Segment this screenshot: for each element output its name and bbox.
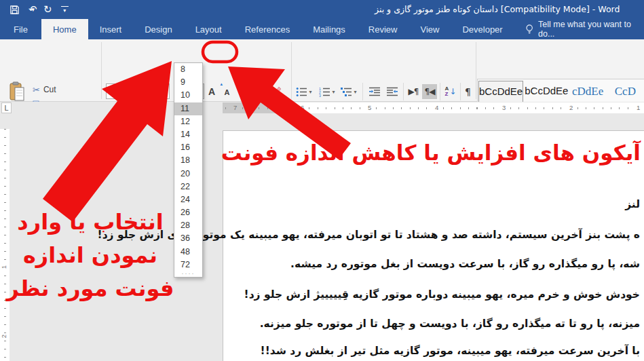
increase-indent-button[interactable] (384, 84, 400, 99)
undo-icon[interactable]: ↶▾ (29, 3, 35, 16)
numbering-icon: 123 (319, 87, 330, 97)
change-case-button[interactable]: Aa▾ (239, 84, 262, 99)
font-size-option-highlighted[interactable]: 11 (174, 102, 202, 115)
horizontal-ruler[interactable]: 7 6 5 4 3 2 1 △ (223, 102, 644, 113)
tab-review[interactable]: Review (357, 19, 409, 39)
doc-line-1: لنز (625, 198, 640, 210)
grow-font-button[interactable]: A▴ (206, 84, 218, 99)
tab-file[interactable]: File (0, 19, 41, 39)
show-hide-pilcrow-button[interactable]: ¶ (462, 84, 474, 99)
multilevel-list-button[interactable]: ▾ (339, 84, 358, 99)
clear-formatting-button[interactable]: A (269, 84, 284, 99)
tell-me-label: Tell me what you want to do... (538, 20, 644, 39)
font-size-option[interactable]: 20 (174, 168, 202, 180)
tab-developer[interactable]: Developer (451, 19, 514, 39)
save-icon[interactable] (10, 5, 20, 15)
increase-indent-icon (386, 87, 398, 96)
paste-icon (9, 81, 25, 102)
tell-me-box[interactable]: Tell me what you want to do... (525, 19, 644, 39)
tab-mailings[interactable]: Mailings (301, 19, 357, 39)
cut-button[interactable]: ✂ Cut (33, 83, 56, 96)
font-size-option[interactable]: 28 (174, 219, 202, 232)
font-size-option[interactable]: 14 (174, 128, 202, 141)
ribbon: Paste ▾ ✂ Cut Copy Format Painter Clipbo… (0, 39, 644, 102)
sort-button[interactable]: AZ ↓ (442, 84, 459, 99)
doc-line-5: میزنه، پا رو تا ته میگذاره رو گاز، با دو… (260, 318, 640, 330)
font-size-option[interactable]: 24 (174, 193, 202, 206)
indent-marker[interactable]: △ (282, 103, 287, 113)
ruler-bar: L 7 6 5 4 3 2 1 △ (0, 102, 644, 114)
font-size-option[interactable]: 22 (174, 180, 202, 193)
shrink-font-button[interactable]: A▾ (221, 85, 233, 99)
shrink-font-triangle-icon: ▾ (235, 82, 238, 88)
tab-layout[interactable]: Layout (184, 19, 233, 39)
eraser-icon (276, 86, 282, 92)
font-size-option[interactable]: 10 (174, 89, 202, 102)
document-page[interactable]: لنز ه پشت بنز آخرین سیستم، داشته صد و هش… (223, 130, 644, 361)
doc-line-4: خودش خوش و خرم میره، یهو میبینه دوباره م… (244, 288, 640, 301)
redo-icon[interactable]: ↻ (43, 3, 52, 16)
vertical-ruler[interactable]: 1 2 (0, 129, 10, 361)
ltr-text-direction-button[interactable]: ▶¶ (406, 84, 421, 99)
customize-qat-icon[interactable]: ▾ (61, 6, 69, 14)
font-size-option[interactable]: 9 (174, 76, 202, 89)
font-size-option[interactable]: 12 (174, 115, 202, 128)
sort-arrow-icon: ↓ (449, 87, 456, 96)
decrease-indent-button[interactable] (366, 84, 383, 99)
doc-line-6: با آخرین سرعت میرفته، یهو میبینه، موتور … (261, 345, 640, 357)
font-size-option[interactable]: 36 (174, 232, 202, 245)
font-size-option[interactable]: 8 (174, 63, 202, 76)
scissors-icon: ✂ (33, 85, 40, 95)
svg-text:3: 3 (319, 93, 321, 96)
lightbulb-icon (525, 24, 533, 35)
multilevel-list-icon (341, 87, 352, 97)
tab-view[interactable]: View (409, 19, 451, 39)
font-name-combo[interactable]: 2 Titr ▾ (106, 83, 170, 99)
tab-design[interactable]: Design (133, 19, 183, 39)
dropdown-grip-dots[interactable]: ···· (174, 271, 202, 278)
rtl-text-direction-button[interactable]: ¶◀ (422, 84, 437, 99)
bullets-button[interactable]: ▾ (295, 84, 314, 99)
tab-stop-selector[interactable]: L (1, 102, 12, 113)
font-name-dropdown-arrow[interactable]: ▾ (163, 88, 169, 94)
doc-line-3: شه، پا رو میگذاره رو گاز، با سرعت دویست … (290, 258, 640, 270)
font-size-option[interactable]: 26 (174, 206, 202, 219)
bullets-icon (296, 87, 307, 97)
numbering-button[interactable]: 123▾ (318, 84, 337, 99)
font-size-option[interactable]: 18 (174, 154, 202, 167)
title-bar: ↶▾ ↻ ▾ داستان کوتاه طنز موتور گازی و بنز… (0, 0, 644, 19)
document-area: 1 2 لنز ه پشت بنز آخرین سیستم، داشته صد … (0, 114, 644, 361)
ribbon-tab-row: File Home Insert Design Layout Reference… (0, 19, 644, 39)
font-size-option[interactable]: 16 (174, 141, 202, 154)
tab-references[interactable]: References (233, 19, 301, 39)
tab-home[interactable]: Home (41, 19, 88, 39)
font-size-dropdown: 8 9 10 11 12 14 16 18 20 22 24 26 28 36 … (174, 62, 203, 278)
tab-insert[interactable]: Insert (88, 19, 134, 39)
font-size-option[interactable]: 48 (174, 246, 202, 259)
window-title: داستان کوتاه طنز موتور گازی و بنز [Compa… (375, 0, 620, 19)
decrease-indent-icon (368, 87, 381, 96)
quick-access-toolbar: ↶▾ ↻ ▾ (10, 0, 69, 19)
